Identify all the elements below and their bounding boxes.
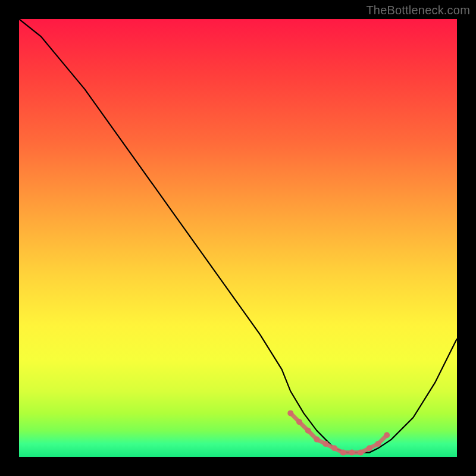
optimal-range-stroke [290,413,387,452]
marker-dot [340,450,346,456]
chart-svg [19,19,457,457]
plot-area [19,19,457,457]
marker-dot [358,450,364,456]
watermark-text: TheBottleneck.com [366,4,470,17]
marker-dot [314,437,320,443]
marker-dot [331,445,337,451]
marker-dot [367,445,372,451]
marker-dot [375,441,381,447]
optimal-range-markers [287,410,390,455]
marker-dot [305,428,311,434]
marker-dot [349,450,355,456]
marker-dot [287,410,293,416]
marker-dot [296,419,302,425]
marker-dot [384,432,390,438]
bottleneck-curve [19,19,457,453]
chart-container: TheBottleneck.com [0,0,476,476]
marker-dot [322,441,328,447]
